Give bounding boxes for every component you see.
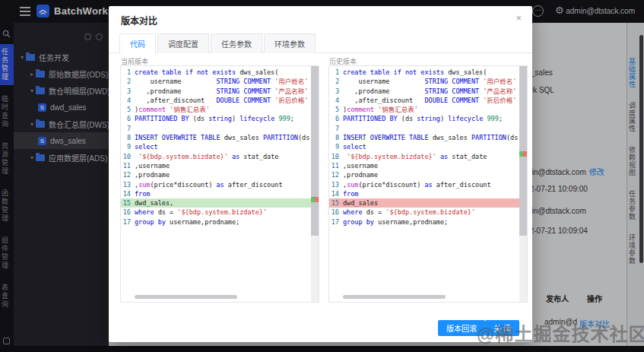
code-text: create table if not exists dws_sales( <box>343 68 487 77</box>
token: sum <box>347 181 358 189</box>
code-line-17: 17group by username,prodname; <box>121 217 311 227</box>
horizontal-scrollbar[interactable] <box>135 295 237 299</box>
token: (ds <box>401 115 417 122</box>
token: username,prodname; <box>166 218 240 226</box>
code-line-8: 8INSERT OVERWRITE TABLE dws_sales PARTIT… <box>121 133 311 142</box>
token: select <box>135 143 158 151</box>
code-text: '${bdp.system.bizdate}' as stat_date <box>343 152 487 161</box>
token: lifecycle <box>240 115 278 122</box>
token: ,username <box>135 162 170 170</box>
code-line-12: 12,prodname <box>329 170 519 179</box>
horizontal-scrollbar[interactable] <box>343 295 446 299</box>
token: group by <box>343 218 374 226</box>
token: ) <box>232 115 240 122</box>
modal-tab-调度配置[interactable]: 调度配置 <box>157 33 209 53</box>
code-line-2: 2 username STRING COMMENT '用户姓名' <box>329 77 519 86</box>
line-number: 7 <box>121 124 135 133</box>
line-number: 13 <box>329 180 343 189</box>
token: 999 <box>487 115 498 122</box>
close-icon[interactable]: × <box>516 12 522 24</box>
token: (price*discount) <box>150 181 216 189</box>
vertical-scrollbar[interactable] <box>311 66 319 302</box>
page: BatchWorks ⋯ ⚙ admin@dtstack.com 任务管理临时查… <box>0 0 644 352</box>
code-text: where ds = '${bdp.system.bizdate}' <box>343 208 475 217</box>
line-number: 16 <box>121 208 135 217</box>
vertical-scrollbar[interactable] <box>519 66 527 302</box>
token: '产品名称' <box>274 87 308 95</box>
code-line-8: 8INSERT OVERWRITE TABLE dws_sales PARTIT… <box>329 133 519 142</box>
code-text: '${bdp.system.bizdate}' as stat_date <box>135 152 278 161</box>
token: (ds <box>193 115 208 122</box>
code-line-1: 1create table if not exists dws_sales( <box>121 68 311 77</box>
token: username <box>343 78 424 85</box>
code-text: where ds = '${bdp.system.bizdate}' <box>135 208 267 217</box>
code-line-7: 7 <box>329 124 519 133</box>
token: stat_date <box>240 153 278 160</box>
modal-tab-任务参数[interactable]: 任务参数 <box>211 33 262 53</box>
token: comment <box>138 106 170 113</box>
code-line-13: 13,sum(price*discount) as after_discount <box>121 180 311 189</box>
token: ; <box>290 115 294 122</box>
token: as <box>440 153 448 160</box>
code-text: ,username <box>135 161 170 170</box>
code-text: from <box>135 189 150 198</box>
code-line-2: 2 username STRING COMMENT '用户姓名' <box>121 77 311 86</box>
token: ,after_discount <box>135 97 216 104</box>
code-text: dwd_sales, <box>135 198 173 208</box>
code-line-15: 15dwd_sales, <box>121 198 311 208</box>
code-text: PARTITIONED BY (ds string) lifecycle 999… <box>343 114 503 123</box>
line-number: 14 <box>121 189 135 198</box>
token: where <box>343 208 363 216</box>
code-editor-current[interactable]: 1create table if not exists dws_sales(2 … <box>121 68 311 227</box>
token: '用户姓名' <box>274 78 308 85</box>
token: create table if not exists <box>135 68 240 76</box>
watermark: @稀土掘金技术社区 <box>477 319 644 346</box>
token: dws_sales( <box>240 68 278 76</box>
token: ) <box>440 115 448 122</box>
line-number: 9 <box>329 142 343 151</box>
token: PARTITIONED BY <box>135 115 193 122</box>
line-number: 17 <box>121 217 135 227</box>
code-line-9: 9select <box>329 142 519 151</box>
token: INSERT OVERWRITE TABLE <box>343 134 433 141</box>
line-number: 14 <box>329 189 343 198</box>
code-line-16: 16where ds = '${bdp.system.bizdate}' <box>329 208 519 217</box>
token: as <box>424 181 432 189</box>
line-number: 17 <box>329 217 343 227</box>
line-number: 11 <box>121 161 135 170</box>
line-number: 5 <box>329 105 343 114</box>
token: ,prodname <box>135 87 216 95</box>
code-text: username STRING COMMENT '用户姓名' <box>343 77 516 86</box>
token: create table if not exists <box>343 68 448 76</box>
code-line-3: 3 ,prodname STRING COMMENT '产品名称' <box>329 87 519 96</box>
token: string <box>208 115 232 122</box>
token: 999 <box>278 115 290 122</box>
diff-removed-marker <box>523 151 527 157</box>
token: from <box>135 190 150 198</box>
token: where <box>135 208 154 216</box>
code-line-4: 4 ,after_discount DOUBLE COMMENT '折后价格' <box>121 96 311 105</box>
code-text: )comment '销售汇总表' <box>343 105 418 114</box>
modal-tab-环境参数[interactable]: 环境参数 <box>264 33 316 53</box>
modal-tab-代码[interactable]: 代码 <box>119 33 156 53</box>
code-line-4: 4 ,after_discount DOUBLE COMMENT '折后价格' <box>329 96 519 105</box>
token: ,prodname <box>135 171 170 179</box>
token: ,prodname <box>343 171 378 179</box>
code-text: INSERT OVERWRITE TABLE dws_sales PARTITI… <box>135 133 319 142</box>
token: sum <box>138 181 150 189</box>
code-text: select <box>135 142 158 151</box>
line-number: 6 <box>329 114 343 123</box>
code-line-12: 12,prodname <box>121 170 311 179</box>
line-number: 5 <box>121 105 135 114</box>
line-number: 3 <box>329 87 343 96</box>
bottom-strip <box>0 346 644 352</box>
token: comment <box>347 106 378 113</box>
token: ; <box>499 115 503 122</box>
code-text: ,sum(price*discount) as after_discount <box>343 180 491 189</box>
token: PARTITIONED BY <box>343 115 401 122</box>
code-editor-history[interactable]: 1create table if not exists dws_sales(2 … <box>329 68 519 227</box>
token: dws_sales <box>224 134 263 141</box>
code-text: ,prodname <box>135 170 170 179</box>
code-line-17: 17group by username,prodname; <box>329 217 519 227</box>
line-number: 10 <box>121 152 135 161</box>
